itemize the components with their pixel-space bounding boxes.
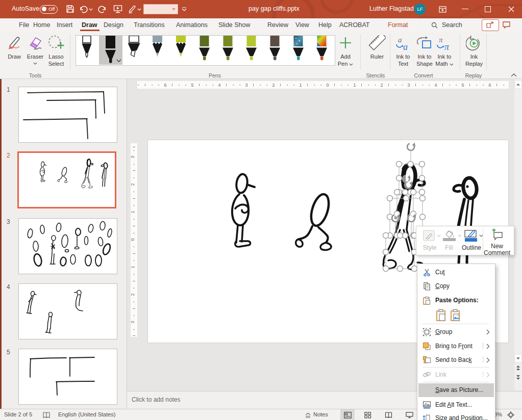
svg-text:a: a: [398, 36, 402, 44]
svg-text:π: π: [439, 36, 443, 44]
svg-text:a: a: [403, 42, 408, 51]
svg-text:π: π: [444, 42, 450, 51]
